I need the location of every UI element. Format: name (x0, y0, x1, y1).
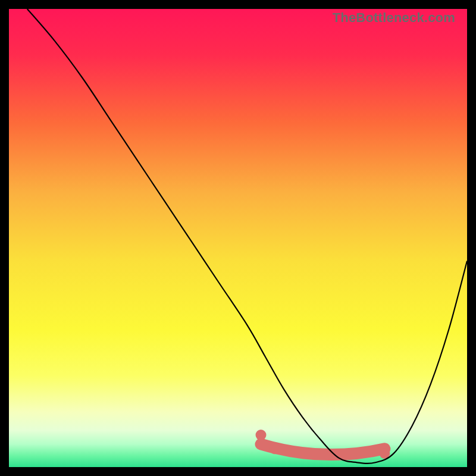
gradient-background (9, 9, 467, 467)
curve-marker (270, 443, 280, 454)
bottleneck-chart (9, 9, 467, 467)
chart-frame: TheBottleneck.com (9, 9, 467, 467)
curve-marker (256, 430, 267, 440)
watermark-text: TheBottleneck.com (333, 10, 455, 26)
